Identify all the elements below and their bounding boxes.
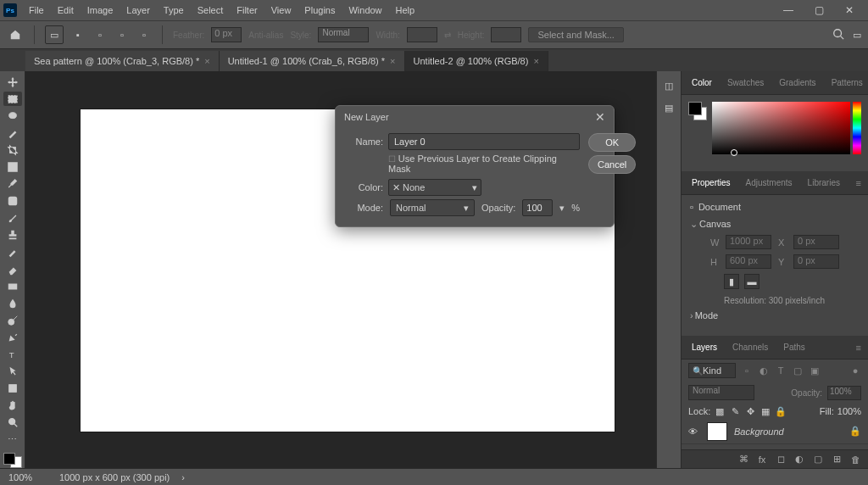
type-tool[interactable]: T [3,348,22,362]
paths-tab[interactable]: Paths [780,339,809,355]
lock-artboard-icon[interactable]: ▦ [760,405,771,417]
tab-close-icon[interactable]: × [390,56,395,66]
layer-color-select[interactable]: ✕None▾ [388,179,481,196]
blur-tool[interactable] [3,296,22,310]
lock-all-icon[interactable]: 🔒 [775,405,787,417]
menu-select[interactable]: Select [191,0,231,20]
ok-button[interactable]: OK [588,133,636,152]
crop-tool[interactable] [3,142,22,157]
group-icon[interactable]: ▢ [812,454,824,465]
hue-slider[interactable] [853,102,861,154]
layer-row[interactable]: 👁 Background 🔒 [682,419,868,444]
width-field[interactable]: 1000 px [726,235,771,249]
eyedropper-tool[interactable] [3,177,22,192]
layer-name[interactable]: Background [734,426,784,437]
subtract-selection-icon[interactable]: ▫ [114,27,130,42]
properties-tab[interactable]: Properties [688,175,734,191]
intersect-selection-icon[interactable]: ▫ [136,27,152,42]
document-tab[interactable]: Sea pattern @ 100% (Crab_3, RGB/8) *× [25,51,220,71]
visibility-icon[interactable]: 👁 [688,426,700,437]
marquee-tool[interactable] [3,92,22,106]
portrait-icon[interactable]: ▮ [724,274,739,289]
marquee-tool-icon[interactable]: ▭ [45,25,64,44]
heal-tool[interactable] [3,194,22,209]
dodge-tool[interactable] [3,313,22,327]
opacity-input[interactable] [522,199,553,216]
move-tool[interactable] [3,75,22,89]
workspace-icon[interactable]: ▭ [853,30,861,41]
lock-paint-icon[interactable]: ✎ [729,405,741,417]
select-and-mask-button[interactable]: Select and Mask... [528,27,624,42]
antialias-checkbox[interactable]: Anti-alias [248,31,283,40]
add-selection-icon[interactable]: ▫ [92,27,108,42]
blend-mode-select[interactable]: Normal [688,385,754,400]
menu-plugins[interactable]: Plugins [298,0,342,20]
patterns-tab[interactable]: Patterns [828,75,866,91]
opacity-stepper-icon[interactable]: ▾ [559,203,565,214]
swatches-tab[interactable]: Swatches [724,75,767,91]
color-spectrum[interactable] [712,102,850,154]
search-icon[interactable] [832,28,844,42]
filter-shape-icon[interactable]: ▢ [792,365,804,376]
window-minimize[interactable]: — [773,0,804,20]
twirl-icon[interactable]: ⌄ [690,219,698,229]
color-swatch[interactable] [3,453,22,468]
panel-menu-icon[interactable]: ≡ [856,178,861,188]
window-close[interactable]: ✕ [834,0,865,20]
layer-name-input[interactable] [388,133,580,150]
filter-adjust-icon[interactable]: ◐ [758,365,770,376]
filter-toggle-icon[interactable]: ● [849,365,861,376]
zoom-tool[interactable] [3,415,22,430]
height-field[interactable]: 600 px [726,254,771,269]
menu-help[interactable]: Help [389,0,422,20]
wand-tool[interactable] [3,125,22,140]
filter-smart-icon[interactable]: ▣ [809,365,821,376]
menu-file[interactable]: File [22,0,51,20]
toolbar-more-icon[interactable]: ⋯ [3,432,22,447]
pen-tool[interactable] [3,330,22,344]
dialog-close-icon[interactable]: ✕ [595,110,605,124]
menu-image[interactable]: Image [81,0,120,20]
cancel-button[interactable]: Cancel [588,155,636,174]
new-selection-icon[interactable]: ▪ [70,27,86,42]
frame-tool[interactable] [3,159,22,174]
libraries-tab[interactable]: Libraries [804,175,843,191]
lasso-tool[interactable] [3,109,22,123]
gradients-tab[interactable]: Gradients [776,75,819,91]
history-brush-tool[interactable] [3,245,22,259]
layer-thumbnail[interactable] [707,422,727,441]
channels-tab[interactable]: Channels [729,339,771,355]
gradient-tool[interactable] [3,279,22,293]
link-layers-icon[interactable]: ⌘ [737,454,749,465]
history-panel-icon[interactable]: ◫ [661,78,676,93]
lock-pos-icon[interactable]: ✥ [744,405,756,417]
layers-tab[interactable]: Layers [688,339,721,355]
shape-tool[interactable] [3,382,22,396]
fx-icon[interactable]: fx [756,454,768,465]
window-maximize[interactable]: ▢ [804,0,834,20]
opacity-input[interactable]: 100% [827,386,861,400]
hand-tool[interactable] [3,399,22,413]
tab-close-icon[interactable]: × [204,56,209,66]
eraser-tool[interactable] [3,262,22,276]
foreground-background-swatch[interactable] [688,102,707,120]
path-select-tool[interactable] [3,365,22,379]
comments-panel-icon[interactable]: ▤ [661,100,676,115]
delete-icon[interactable]: 🗑 [849,454,861,465]
x-field[interactable]: 0 px [793,235,839,249]
fill-input[interactable]: 100% [837,406,861,416]
zoom-level[interactable]: 100% [8,472,47,482]
twirl-icon[interactable]: › [690,310,693,321]
document-tab[interactable]: Untitled-1 @ 100% (Crab_6, RGB/8) *× [220,51,405,71]
y-field[interactable]: 0 px [793,254,839,269]
filter-pixel-icon[interactable]: ▫ [741,365,753,376]
menu-layer[interactable]: Layer [120,0,157,20]
stamp-tool[interactable] [3,228,22,242]
lock-trans-icon[interactable]: ▩ [714,405,726,417]
tab-close-icon[interactable]: × [533,56,538,66]
new-layer-icon[interactable]: ⊞ [831,454,843,465]
filter-type-icon[interactable]: T [775,365,787,376]
home-icon[interactable] [7,26,24,43]
menu-view[interactable]: View [264,0,298,20]
dialog-title-bar[interactable]: New Layer ✕ [336,106,614,128]
